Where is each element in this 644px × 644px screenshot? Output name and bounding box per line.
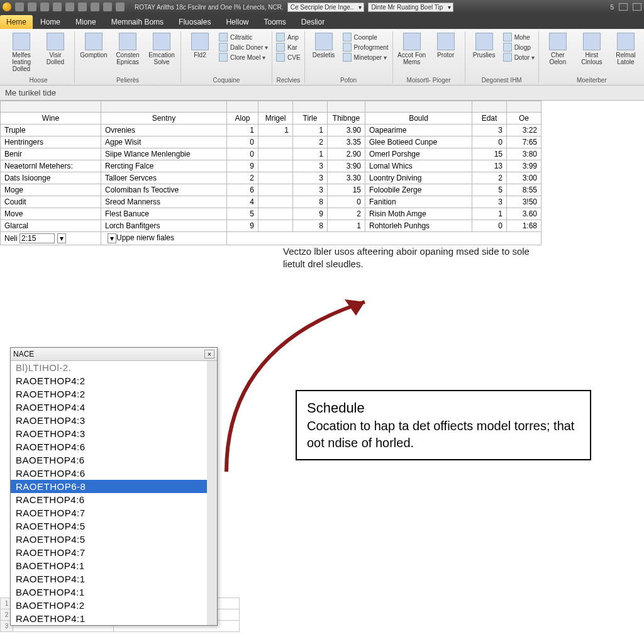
cell[interactable]: Lomal Whics	[365, 160, 472, 172]
ribbon-small-button[interactable]: Mohe	[503, 33, 535, 42]
cell[interactable]: 0	[227, 148, 258, 160]
ribbon-small-button[interactable]: Minetoper	[343, 53, 389, 62]
listbox-item[interactable]: RAOETHOP4:1	[11, 572, 207, 586]
cell[interactable]: 0	[227, 136, 258, 148]
ribbon-small-button[interactable]: Clore Moel	[219, 53, 268, 62]
cell[interactable]: 3.90	[328, 125, 365, 136]
cell[interactable]	[258, 172, 293, 184]
ribbon-button[interactable]: Accot FonMems	[397, 33, 427, 75]
listbox-item[interactable]: RAOETHOP4:2	[11, 387, 207, 401]
cell[interactable]: 1	[472, 208, 507, 220]
ribbon-small-button[interactable]: Dotor	[503, 53, 535, 62]
qat-redo-icon[interactable]	[40, 3, 49, 11]
cell[interactable]: 5	[227, 208, 258, 220]
cell[interactable]: 3	[293, 160, 328, 172]
listbox-item[interactable]: Bl)LTIHOl-2.	[11, 361, 207, 374]
ribbon-small-button[interactable]: Profogrment	[343, 43, 389, 52]
dropdown-icon[interactable]: ▾	[108, 233, 116, 243]
cell[interactable]: 3:80	[507, 148, 541, 160]
cell[interactable]: 8	[293, 220, 328, 232]
cell[interactable]: 3!50	[507, 196, 541, 208]
table-row[interactable]: GlarcalLorch Banfitgers981Rohtorleh Punh…	[1, 220, 541, 232]
table-row[interactable]: HentringersAgpe Wisit023.35Glee Botieed …	[1, 136, 541, 148]
cell[interactable]: 1:68	[507, 220, 541, 232]
listbox-item[interactable]: RAOETHOP4:7	[11, 546, 207, 559]
cell[interactable]: 3	[293, 184, 328, 196]
header-cell[interactable]: Oe	[507, 113, 541, 125]
ribbon-small-button[interactable]: Anp	[276, 33, 301, 42]
column-head[interactable]	[258, 101, 293, 113]
header-cell[interactable]: Wine	[1, 113, 101, 125]
cell[interactable]: Loontry Dniving	[365, 172, 472, 184]
cell[interactable]: 3.35	[328, 136, 365, 148]
ribbon-button[interactable]: HirstCinlous	[577, 33, 607, 75]
cell[interactable]: Fanition	[365, 196, 472, 208]
cell[interactable]: Rohtorleh Punhgs	[365, 220, 472, 232]
cell[interactable]: Sreod Mannerss	[101, 196, 227, 208]
header-cell[interactable]: Sentny	[101, 113, 227, 125]
listbox-item[interactable]: BAOETHOP4:6	[11, 453, 207, 467]
cell[interactable]	[258, 160, 293, 172]
tab-tooms[interactable]: Tooms	[256, 15, 293, 29]
qat-icon[interactable]	[91, 3, 99, 11]
ribbon-small-button[interactable]: Coonple	[343, 33, 389, 42]
column-head[interactable]	[365, 101, 472, 113]
cell[interactable]	[258, 184, 293, 196]
cell[interactable]: 9	[227, 160, 258, 172]
cell[interactable]: 1	[293, 148, 328, 160]
cell[interactable]: Flest Banuce	[101, 208, 227, 220]
cell[interactable]: 2	[293, 136, 328, 148]
cell[interactable]: Truple	[1, 125, 101, 136]
qat-icon[interactable]	[65, 3, 74, 11]
control-input[interactable]	[19, 233, 55, 243]
qat-icon[interactable]	[53, 3, 62, 11]
listbox-close-icon[interactable]: ×	[204, 350, 214, 358]
cell[interactable]: 3:00	[507, 172, 541, 184]
cell[interactable]: 2	[472, 172, 507, 184]
cell[interactable]: 4	[227, 196, 258, 208]
table-row[interactable]: CouditSreod Mannerss480Fanition33!50	[1, 196, 541, 208]
tab-deslior[interactable]: Deslior	[294, 15, 332, 29]
ribbon-button[interactable]: Pruslies	[469, 33, 499, 75]
header-cell[interactable]: Alop	[227, 113, 258, 125]
cell[interactable]: 0	[328, 196, 365, 208]
header-cell[interactable]: Tirle	[293, 113, 328, 125]
ribbon-button[interactable]: ConstenEpnicas	[113, 33, 143, 75]
cell[interactable]: Rercting Falce	[101, 160, 227, 172]
dropdown-icon[interactable]: ▾	[57, 233, 66, 243]
cell[interactable]: 3	[472, 196, 507, 208]
tab-fluosales[interactable]: Fluosales	[171, 15, 218, 29]
listbox-item[interactable]: RAOETHOP4:6	[11, 440, 207, 453]
cell[interactable]: 7:65	[507, 136, 541, 148]
titlebar-combo-1[interactable]: Ce Secriple Drie Inge..	[287, 3, 365, 12]
qat-undo-icon[interactable]	[28, 3, 36, 11]
qat-icon[interactable]	[116, 3, 125, 11]
table-row[interactable]: Neaetornl Metehers:Rercting Falce933:90L…	[1, 160, 541, 172]
ribbon-button[interactable]: Gomption	[79, 33, 109, 75]
cell[interactable]: Moge	[1, 184, 101, 196]
cell[interactable]: 5	[472, 184, 507, 196]
cell[interactable]: 3	[472, 125, 507, 136]
ribbon-small-button[interactable]: Diogp	[503, 43, 535, 52]
ribbon-small-button[interactable]: Ciltraitic	[219, 33, 268, 42]
cell[interactable]: 3:22	[507, 125, 541, 136]
cell[interactable]: Lorch Banfitgers	[101, 220, 227, 232]
cell[interactable]: 1	[293, 125, 328, 136]
cell[interactable]	[258, 196, 293, 208]
max-button[interactable]	[633, 3, 641, 11]
qat-icon[interactable]	[78, 3, 87, 11]
listbox-item[interactable]: RAOETHOP4:3	[11, 427, 207, 440]
table-row[interactable]: MogeColomiban fs Teoctive6315Foloobile Z…	[1, 184, 541, 196]
table-row[interactable]: TrupleOvrenies1113.90Oapearime33:22	[1, 125, 541, 136]
ribbon-button[interactable]: RelmalLatole	[611, 33, 641, 75]
cell[interactable]: Coudit	[1, 196, 101, 208]
cell[interactable]: 3	[293, 172, 328, 184]
listbox-item[interactable]: RAOETHOP4:2	[11, 374, 207, 387]
cell[interactable]: 9	[293, 208, 328, 220]
column-head[interactable]	[1, 101, 101, 113]
cell[interactable]: 13	[472, 160, 507, 172]
tab-home[interactable]: Home	[33, 15, 68, 29]
ribbon-button[interactable]: CherOelon	[543, 33, 573, 75]
tab-memnaih[interactable]: Memnaih Boms	[104, 15, 171, 29]
listbox-item[interactable]: RAOETHOP6-8	[11, 480, 207, 493]
